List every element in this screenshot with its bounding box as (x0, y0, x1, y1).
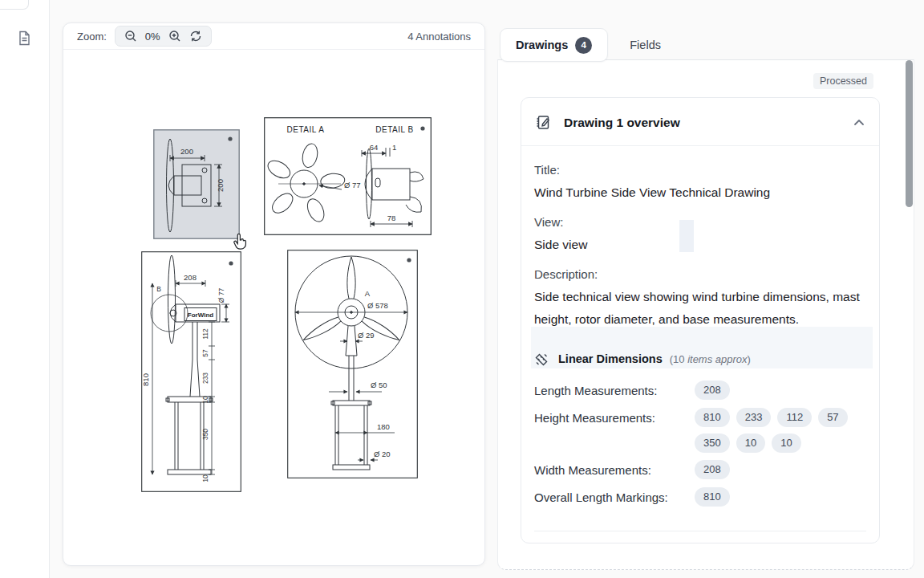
panel-tabs: Drawings 4 Fields (497, 22, 914, 59)
row-height-measurements: Height Measurements: 810 233 112 57 350 … (534, 408, 866, 453)
svg-text:1: 1 (392, 143, 396, 152)
status-badge: Processed (813, 73, 873, 89)
svg-text:10: 10 (201, 396, 209, 404)
svg-text:64: 64 (370, 143, 379, 152)
dimension-pill: 10 (772, 434, 800, 453)
document-icon[interactable] (17, 31, 32, 46)
mouse-pointer-cursor (231, 232, 249, 251)
items-approx-note: (10 items approx) (670, 353, 751, 365)
zoom-value: 0% (145, 31, 160, 43)
svg-text:200: 200 (216, 179, 225, 192)
linear-dimensions-section: Linear Dimensions (10 items approx) Leng… (534, 352, 866, 507)
dimension-pill: 57 (818, 408, 847, 427)
svg-text:810: 810 (141, 373, 150, 386)
field-title: Title: Wind Turbine Side View Technical … (534, 159, 866, 204)
zoom-label: Zoom: (77, 31, 107, 43)
svg-text:ForWind: ForWind (188, 311, 213, 319)
overview-title: Drawing 1 overview (564, 116, 841, 130)
svg-text:208: 208 (184, 273, 197, 282)
row-width-measurements: Width Measurements: 208 (534, 460, 866, 480)
drawing-overview-card: Drawing 1 overview Title: Wind Turbine S… (521, 97, 880, 543)
viewer-toolbar: Zoom: 0% 4 Annotat (63, 23, 484, 50)
svg-text:DETAIL A: DETAIL A (287, 125, 325, 134)
annotation-dot (228, 136, 232, 140)
dimension-pill: 350 (695, 434, 730, 453)
field-view: View: Side view (534, 211, 866, 256)
dimension-pill: 208 (695, 381, 730, 400)
svg-text:Ø 77: Ø 77 (217, 288, 225, 303)
panel-scrollbar-thumb[interactable] (906, 60, 913, 207)
overview-content: Title: Wind Turbine Side View Technical … (521, 146, 879, 507)
drawing-thumbnail-4[interactable]: A Ø 578 Ø 29 Ø 50 180 Ø 20 (287, 250, 418, 478)
overview-header[interactable]: Drawing 1 overview (521, 98, 879, 145)
dimension-rows: Length Measurements: 208 Height Measurem… (534, 381, 866, 507)
svg-text:233: 233 (201, 372, 209, 384)
details-panel: Drawings 4 Fields Processed Drawing 1 ov… (497, 22, 914, 570)
annotation-dot (420, 126, 424, 130)
svg-text:78: 78 (387, 214, 396, 222)
svg-text:Ø 20: Ø 20 (374, 450, 391, 458)
svg-text:Ø 50: Ø 50 (371, 381, 387, 389)
dimension-pill: 233 (736, 408, 772, 427)
drawing-thumbnail-3[interactable]: B ForWind 208 Ø 77 112 57 233 10 350 10 … (141, 251, 241, 492)
svg-text:112: 112 (201, 328, 209, 340)
chevron-up-icon[interactable] (853, 116, 865, 129)
ruler-pencil-icon (534, 352, 549, 367)
svg-text:10: 10 (201, 474, 209, 482)
dimension-pill: 810 (695, 487, 730, 507)
notebook-edit-icon (535, 114, 552, 131)
svg-text:200: 200 (180, 147, 193, 156)
zoom-reset-button[interactable] (189, 30, 202, 43)
zoom-controls: 0% (115, 26, 212, 47)
svg-text:350: 350 (201, 429, 209, 440)
svg-text:Ø 578: Ø 578 (367, 301, 388, 310)
dimension-pill: 10 (736, 434, 765, 453)
zoom-in-button[interactable] (168, 30, 181, 43)
dimension-pill: 112 (777, 408, 812, 427)
panel-body: Processed Drawing 1 overview (497, 59, 914, 570)
dimension-pill: 810 (695, 408, 730, 427)
left-sidebar (0, 0, 50, 578)
drawings-count-badge: 4 (575, 37, 592, 54)
svg-text:57: 57 (201, 349, 209, 357)
annotation-dot (407, 258, 411, 262)
svg-text:B: B (156, 285, 161, 293)
svg-text:DETAIL B: DETAIL B (375, 125, 413, 134)
drawing-thumbnail-1[interactable]: 200 200 (153, 129, 240, 239)
field-description: Description: Side technical view showing… (534, 263, 866, 331)
svg-text:180: 180 (377, 422, 390, 431)
dimension-pill: 208 (695, 460, 730, 479)
svg-text:A: A (365, 289, 371, 298)
tab-fields[interactable]: Fields (608, 28, 683, 62)
linear-dimensions-header: Linear Dimensions (10 items approx) (534, 352, 866, 367)
svg-text:Ø 77: Ø 77 (344, 181, 361, 189)
status-row: Processed (498, 60, 914, 89)
drawing-viewer-card: Zoom: 0% 4 Annotat (63, 22, 485, 566)
drawing-thumbnail-2[interactable]: DETAIL A DETAIL B 64 1 (264, 117, 432, 235)
row-overall-length-markings: Overall Length Markings: 810 (534, 487, 866, 507)
section-divider (534, 531, 866, 531)
tab-drawings[interactable]: Drawings 4 (500, 28, 608, 62)
row-length-measurements: Length Measurements: 208 (534, 381, 866, 401)
annotation-dot (229, 261, 233, 265)
svg-text:Ø 29: Ø 29 (358, 331, 375, 340)
sidebar-top-notch (0, 0, 29, 10)
annotations-count: 4 Annotations (407, 31, 471, 43)
zoom-out-button[interactable] (124, 30, 137, 43)
